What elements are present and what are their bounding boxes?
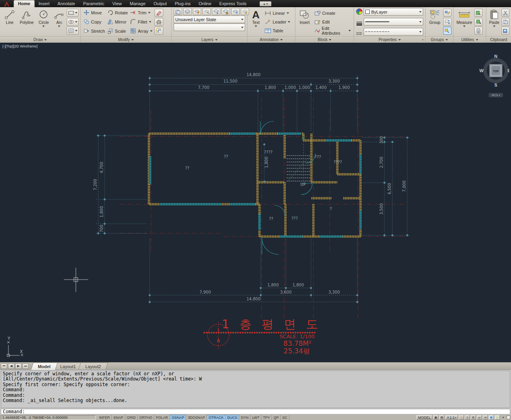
rectangle-button[interactable]: [67, 9, 79, 17]
linetype-dropdown[interactable]: [364, 28, 423, 35]
layer-state-button[interactable]: [183, 8, 192, 15]
tab-view[interactable]: View: [108, 0, 126, 7]
layout2-tab[interactable]: Layout2: [78, 363, 108, 370]
quick-select-button[interactable]: [474, 9, 483, 17]
drawing-canvas[interactable]: [-][Top][2D Wireframe]: [0, 43, 511, 362]
clean-screen-lightbulb-button[interactable]: [495, 415, 500, 420]
layer-off-button[interactable]: [193, 8, 201, 15]
rectangle-dropdown-caret[interactable]: [75, 12, 77, 14]
toolbar-lock-button[interactable]: ▱: [477, 415, 482, 420]
viewcube-east[interactable]: E: [507, 68, 509, 73]
toggle-otrack[interactable]: OTRACK: [207, 415, 226, 420]
rotate-button[interactable]: Rotate: [106, 8, 129, 17]
layer-isolate-button[interactable]: [202, 8, 211, 15]
viewcube-top-label[interactable]: TOP: [493, 70, 499, 73]
block-edit-button[interactable]: Edit: [313, 18, 352, 26]
isolate-objects-button[interactable]: ⇥: [483, 415, 488, 420]
tab-output[interactable]: Output: [150, 0, 171, 7]
measure-button[interactable]: Measure: [455, 8, 473, 35]
viewcube[interactable]: TOP N W S E WCS▾: [478, 51, 509, 91]
command-input[interactable]: Command:: [1, 409, 510, 414]
stretch-button[interactable]: Stretch: [82, 27, 106, 35]
panel-label-annotation[interactable]: Annotation: [248, 36, 295, 43]
fillet-dropdown-caret[interactable]: [149, 21, 151, 23]
layer-match-button[interactable]: [231, 8, 240, 15]
block-create-button[interactable]: Create: [313, 9, 352, 17]
tab-home[interactable]: Home: [14, 0, 35, 7]
insert-button[interactable]: Insert: [297, 8, 312, 35]
viewcube-west[interactable]: W: [479, 68, 484, 73]
status-menu-caret[interactable]: ▾: [501, 415, 506, 420]
arc-dropdown-caret[interactable]: [58, 26, 60, 27]
group-selection-toggle[interactable]: [443, 27, 452, 35]
panel-label-clipboard[interactable]: Clipboard: [486, 36, 511, 43]
toggle-infer[interactable]: INFER: [97, 415, 112, 420]
circle-button[interactable]: Circle: [36, 8, 52, 35]
toggle-ortho[interactable]: ORTHO: [138, 415, 154, 420]
tab-first-button[interactable]: ⏮: [1, 363, 7, 369]
layer-state-dropdown[interactable]: Unsaved Layer State: [174, 16, 245, 23]
toggle-qp[interactable]: QP: [272, 415, 281, 420]
panel-label-modify[interactable]: Modify: [81, 36, 171, 43]
fillet-button[interactable]: Fillet: [129, 18, 153, 26]
toggle-dyn[interactable]: DYN: [239, 415, 250, 420]
arc-button[interactable]: Arc: [53, 8, 66, 35]
viewcube-north[interactable]: N: [494, 54, 497, 59]
toggle-grid[interactable]: GRID: [125, 415, 138, 420]
id-point-button[interactable]: [474, 27, 483, 35]
trim-button[interactable]: Trim: [129, 8, 153, 17]
leader-dropdown-caret[interactable]: [288, 21, 290, 23]
tab-next-button[interactable]: ▶: [15, 363, 22, 369]
explode-button[interactable]: [154, 18, 163, 26]
viewport-controls[interactable]: [-][Top][2D Wireframe]: [2, 44, 38, 48]
annotation-scale-button[interactable]: A 1:1▾: [445, 415, 458, 420]
toggle-tpy[interactable]: TPY: [261, 415, 272, 420]
tab-manage[interactable]: Manage: [126, 0, 150, 7]
layout-quickview-button[interactable]: ▣: [433, 415, 438, 420]
edit-attributes-caret[interactable]: [349, 30, 351, 32]
layer-lock-button[interactable]: [222, 8, 230, 15]
panel-label-properties[interactable]: Properties ⌐: [354, 36, 425, 43]
copy-button[interactable]: Copy: [82, 18, 106, 26]
toggle-polar[interactable]: POLAR: [154, 415, 170, 420]
trim-dropdown-caret[interactable]: [148, 12, 151, 14]
tab-annotate[interactable]: Annotate: [53, 0, 79, 7]
viewcube-south[interactable]: S: [494, 83, 497, 87]
panel-label-utilities[interactable]: Utilities: [454, 36, 486, 43]
linear-dropdown-caret[interactable]: [287, 12, 289, 14]
copy-clip-button[interactable]: [501, 18, 509, 26]
panel-label-draw[interactable]: Draw: [0, 36, 80, 43]
leader-button[interactable]: Leader: [263, 18, 291, 26]
cut-button[interactable]: [501, 9, 509, 17]
hardware-accel-button[interactable]: ▦: [489, 415, 494, 420]
wcs-dropdown[interactable]: WCS▾: [489, 93, 503, 97]
toggle-ducs[interactable]: DUCS: [226, 415, 240, 420]
lineweight-dropdown[interactable]: [364, 18, 423, 26]
group-button[interactable]: Group: [427, 8, 442, 35]
polyline-button[interactable]: Polyline: [19, 8, 35, 35]
ungroup-button[interactable]: [443, 9, 452, 17]
properties-dialog-launcher[interactable]: ⌐: [422, 38, 424, 41]
array-button[interactable]: Array: [129, 27, 153, 35]
workspace-switch-button[interactable]: ⚙: [471, 415, 476, 420]
tab-prev-button[interactable]: ◀: [8, 363, 14, 369]
paste-special-button[interactable]: [501, 27, 509, 35]
layer-dropdown[interactable]: [174, 24, 245, 31]
layer-properties-button[interactable]: [174, 8, 182, 15]
move-button[interactable]: Move: [82, 8, 106, 17]
toggle-3dosnap[interactable]: 3DOSNAP: [186, 415, 207, 420]
panel-label-layers[interactable]: Layers: [172, 36, 247, 43]
tab-parametric[interactable]: Parametric: [79, 0, 108, 7]
ribbon-minimize-button[interactable]: ▲ ▾: [259, 1, 271, 6]
object-color-dropdown[interactable]: ByLayer: [364, 8, 423, 16]
toggle-osnap[interactable]: OSNAP: [170, 415, 186, 420]
mirror-button[interactable]: Mirror: [106, 18, 129, 26]
hatch-button[interactable]: [67, 27, 79, 35]
ellipse-dropdown-caret[interactable]: [75, 21, 77, 23]
tab-online[interactable]: Online: [195, 0, 216, 7]
line-button[interactable]: Line: [2, 8, 18, 35]
toggle-snap[interactable]: SNAP: [112, 415, 125, 420]
scale-button[interactable]: Scale: [106, 27, 129, 35]
dimension-linear-button[interactable]: Linear: [263, 9, 291, 17]
group-edit-button[interactable]: [443, 18, 452, 26]
